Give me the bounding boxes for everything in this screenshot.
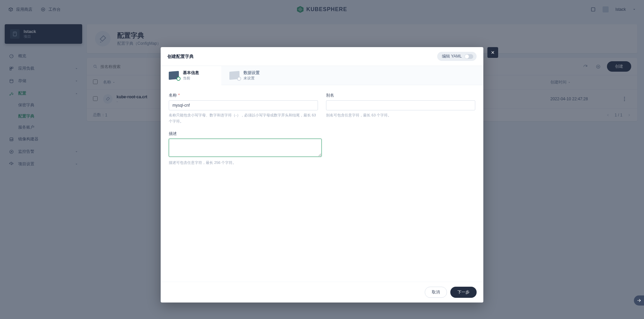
name-input[interactable] bbox=[169, 100, 318, 110]
create-configmap-modal: 创建配置字典 编辑 YAML 基本信息 当前 数据设置 未设置 bbox=[161, 47, 483, 303]
close-icon bbox=[490, 50, 495, 55]
modal-overlay: 创建配置字典 编辑 YAML 基本信息 当前 数据设置 未设置 bbox=[0, 0, 644, 319]
tab-basic-icon bbox=[169, 71, 179, 80]
required-indicator: * bbox=[178, 93, 180, 98]
tab-data-icon bbox=[229, 71, 239, 80]
form-group-name: 名称* 名称只能包含小写字母、数字和连字符（-），必须以小写字母或数字开头和结尾… bbox=[169, 93, 318, 124]
desc-label: 描述 bbox=[169, 131, 322, 137]
next-button[interactable]: 下一步 bbox=[450, 287, 477, 298]
tab-sub: 当前 bbox=[183, 76, 199, 81]
cancel-button[interactable]: 取消 bbox=[425, 287, 447, 298]
help-bubble[interactable] bbox=[634, 295, 644, 306]
name-label: 名称* bbox=[169, 93, 318, 98]
name-label-text: 名称 bbox=[169, 93, 177, 98]
close-button[interactable] bbox=[487, 47, 498, 58]
help-icon bbox=[637, 298, 641, 303]
yaml-toggle[interactable]: 编辑 YAML bbox=[437, 52, 477, 61]
modal-tabs: 基本信息 当前 数据设置 未设置 bbox=[161, 66, 483, 85]
alias-input[interactable] bbox=[326, 100, 475, 110]
alias-label: 别名 bbox=[326, 93, 475, 98]
tab-title: 基本信息 bbox=[183, 70, 199, 76]
toggle-thumb bbox=[465, 55, 469, 59]
tab-sub: 未设置 bbox=[244, 76, 260, 81]
modal-footer: 取消 下一步 bbox=[161, 282, 483, 303]
form-group-desc: 描述 描述可包含任意字符，最长 256 个字符。 bbox=[169, 131, 322, 166]
tab-basic-info[interactable]: 基本信息 当前 bbox=[161, 66, 221, 85]
desc-textarea[interactable] bbox=[169, 139, 322, 157]
modal-body: 名称* 名称只能包含小写字母、数字和连字符（-），必须以小写字母或数字开头和结尾… bbox=[161, 85, 483, 282]
modal-header: 创建配置字典 编辑 YAML bbox=[161, 47, 483, 66]
desc-hint: 描述可包含任意字符，最长 256 个字符。 bbox=[169, 160, 322, 166]
tab-data-settings[interactable]: 数据设置 未设置 bbox=[221, 66, 282, 85]
toggle-track bbox=[464, 54, 473, 59]
form-group-alias: 别名 别名可包含任意字符，最长 63 个字符。 bbox=[326, 93, 475, 124]
tab-title: 数据设置 bbox=[244, 70, 260, 76]
alias-hint: 别名可包含任意字符，最长 63 个字符。 bbox=[326, 112, 475, 118]
yaml-toggle-label: 编辑 YAML bbox=[442, 54, 462, 59]
name-hint: 名称只能包含小写字母、数字和连字符（-），必须以小写字母或数字开头和结尾，最长 … bbox=[169, 112, 318, 124]
modal-title: 创建配置字典 bbox=[167, 54, 194, 60]
